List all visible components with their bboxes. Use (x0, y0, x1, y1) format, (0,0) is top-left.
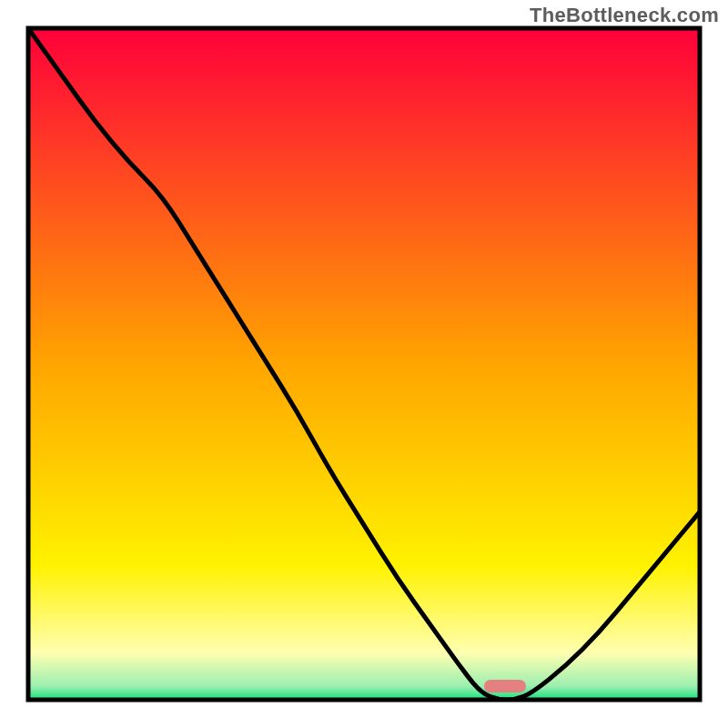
gradient-background (28, 28, 700, 700)
attribution-text: TheBottleneck.com (530, 4, 719, 27)
optimal-marker (484, 680, 526, 693)
chart-svg (25, 25, 703, 703)
chart-stage: TheBottleneck.com (0, 0, 728, 728)
